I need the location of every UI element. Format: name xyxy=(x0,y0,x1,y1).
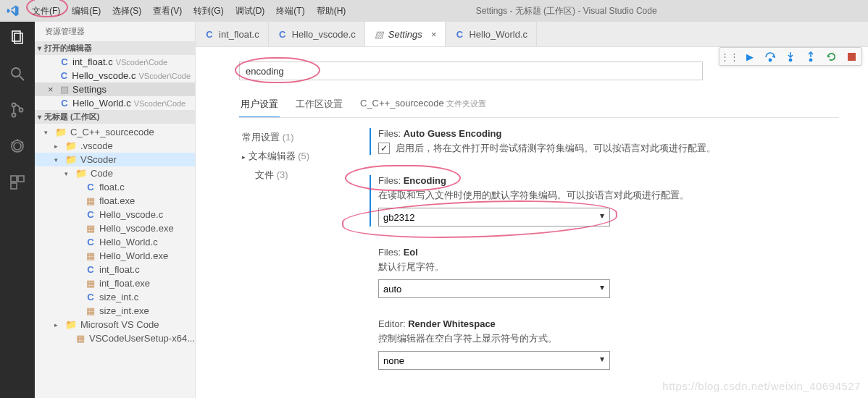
editor-tab[interactable]: ▧Settings× xyxy=(365,22,446,46)
tree-row[interactable]: Cfloat.c xyxy=(35,180,195,194)
open-editor-row[interactable]: ×CHello_vscode.c VScoder\Code xyxy=(35,69,195,82)
tree-row[interactable]: ▦float.exe xyxy=(35,194,195,208)
activity-bar xyxy=(0,22,35,398)
folder-icon: 📁 xyxy=(65,154,77,165)
svg-point-5 xyxy=(12,114,16,117)
menu-item[interactable]: 选择(S) xyxy=(107,0,147,22)
tree-row[interactable]: ▦VSCodeUserSetup-x64... xyxy=(35,331,195,345)
setting-render-whitespace: Editor: Render Whitespace 控制编辑器在空白字符上显示符… xyxy=(370,318,839,370)
menu-item[interactable]: 文件(F) xyxy=(26,0,66,22)
tree-row[interactable]: ▾📁VScoder xyxy=(35,153,195,166)
window-title: Settings - 无标题 (工作区) - Visual Studio Cod… xyxy=(351,5,781,17)
close-icon[interactable]: × xyxy=(427,29,437,40)
setting-encoding: Files: Encoding 在读取和写入文件时使用的默认字符集编码。可以按语… xyxy=(370,175,839,226)
menu-item[interactable]: 查看(V) xyxy=(147,0,188,22)
svg-rect-12 xyxy=(11,176,17,182)
folder-icon: 📁 xyxy=(55,127,67,137)
folder-icon: 📁 xyxy=(65,140,77,151)
scope-tab-user[interactable]: 用户设置 xyxy=(239,98,280,117)
drag-handle-icon[interactable]: ⋮⋮ xyxy=(724,51,735,62)
exe-file-icon: ▦ xyxy=(85,195,96,206)
c-file-icon: C xyxy=(454,29,464,40)
tree-row[interactable]: CHello_World.c xyxy=(35,235,195,249)
c-file-icon: C xyxy=(85,182,96,192)
menu-item[interactable]: 转到(G) xyxy=(188,0,229,22)
open-editor-row[interactable]: ×▧Settings xyxy=(35,82,195,96)
c-file-icon: C xyxy=(59,70,70,81)
svg-point-4 xyxy=(12,103,16,107)
extensions-icon[interactable] xyxy=(7,172,28,192)
tree-row[interactable]: ▸📁.vscode xyxy=(35,139,195,153)
settings-scope-tabs: 用户设置 工作区设置 C_C++_sourcecode 文件夹设置 xyxy=(239,98,839,118)
scope-tab-folder[interactable]: C_C++_sourcecode 文件夹设置 xyxy=(359,98,488,117)
tree-row[interactable]: ▦Hello_vscode.exe xyxy=(35,221,195,235)
tree-row[interactable]: ▾📁Code xyxy=(35,166,195,180)
tree-row[interactable]: Cint_float.c xyxy=(35,263,195,276)
source-control-icon[interactable] xyxy=(7,100,28,120)
exe-file-icon: ▦ xyxy=(75,333,85,344)
c-file-icon: C xyxy=(204,29,214,40)
settings-nav-item[interactable]: 文件 (3) xyxy=(239,166,348,185)
editor-area: Cint_float.cCHello_vscode.c▧Settings×CHe… xyxy=(196,22,868,398)
c-file-icon: C xyxy=(85,264,96,275)
settings-nav-item[interactable]: 常用设置 (1) xyxy=(239,128,348,147)
tree-row[interactable]: Csize_int.c xyxy=(35,290,195,304)
editor-tab[interactable]: Cint_float.c xyxy=(196,22,269,46)
exe-file-icon: ▦ xyxy=(85,278,96,289)
settings-file-icon: ▧ xyxy=(374,29,384,40)
tree-row[interactable]: ▦size_int.exe xyxy=(35,304,195,318)
settings-file-icon: ▧ xyxy=(59,84,70,95)
settings-nav: 常用设置 (1)▸ 文本编辑器 (5)文件 (3) xyxy=(239,128,348,390)
open-editor-row[interactable]: ×CHello_World.c VScoder\Code xyxy=(35,96,195,110)
tree-row[interactable]: ▦int_float.exe xyxy=(35,276,195,290)
c-file-icon: C xyxy=(59,56,70,67)
continue-icon[interactable]: ▶ xyxy=(744,51,756,62)
open-editor-row[interactable]: ×Cint_float.c VScoder\Code xyxy=(35,55,195,69)
restart-icon[interactable] xyxy=(825,51,837,62)
exe-file-icon: ▦ xyxy=(85,305,96,316)
search-icon[interactable] xyxy=(7,64,28,84)
workspace-header[interactable]: ▾无标题 (工作区) xyxy=(35,110,195,124)
vscode-icon xyxy=(0,4,26,17)
title-bar: 文件(F)编辑(E)选择(S)查看(V)转到(G)调试(D)终端(T)帮助(H)… xyxy=(0,0,868,22)
tree-row[interactable]: ▸📁Microsoft VS Code xyxy=(35,318,195,331)
step-into-icon[interactable] xyxy=(785,51,796,62)
menu-item[interactable]: 帮助(H) xyxy=(311,0,352,22)
encoding-select[interactable]: gb2312 xyxy=(378,208,610,226)
tree-row[interactable]: ▾📁C_C++_sourcecode xyxy=(35,125,195,139)
scope-tab-workspace[interactable]: 工作区设置 xyxy=(294,98,344,117)
settings-search-input[interactable] xyxy=(239,62,703,80)
setting-auto-guess-encoding: Files: Auto Guess Encoding ✓ 启用后，将在文件打开时… xyxy=(370,128,839,155)
sidebar-title: 资源管理器 xyxy=(35,22,195,41)
step-out-icon[interactable] xyxy=(805,51,817,62)
editor-tab[interactable]: CHello_vscode.c xyxy=(269,22,365,46)
stop-icon[interactable] xyxy=(846,51,857,62)
svg-rect-13 xyxy=(18,176,24,182)
exe-file-icon: ▦ xyxy=(85,250,96,261)
explorer-icon[interactable] xyxy=(7,27,28,48)
c-file-icon: C xyxy=(85,292,96,302)
tree-row[interactable]: ▦Hello_World.exe xyxy=(35,249,195,263)
setting-eol: Files: Eol 默认行尾字符。 auto xyxy=(370,247,839,298)
c-file-icon: C xyxy=(59,98,70,109)
svg-rect-14 xyxy=(11,183,17,189)
menu-item[interactable]: 调试(D) xyxy=(230,0,271,22)
svg-line-3 xyxy=(20,76,24,80)
svg-point-8 xyxy=(14,143,21,150)
settings-nav-item[interactable]: ▸ 文本编辑器 (5) xyxy=(239,147,348,166)
checkbox[interactable]: ✓ xyxy=(378,143,390,154)
eol-select[interactable]: auto xyxy=(378,279,610,298)
tree-row[interactable]: CHello_vscode.c xyxy=(35,208,195,221)
render-whitespace-select[interactable]: none xyxy=(378,351,610,370)
debug-icon[interactable] xyxy=(7,136,28,156)
close-icon[interactable]: × xyxy=(48,84,57,95)
svg-point-6 xyxy=(20,109,23,112)
svg-point-2 xyxy=(12,68,20,77)
menu-item[interactable]: 终端(T) xyxy=(270,0,310,22)
menu-item[interactable]: 编辑(E) xyxy=(66,0,107,22)
folder-icon: 📁 xyxy=(65,319,77,330)
editor-tab[interactable]: CHello_World.c xyxy=(446,22,537,46)
c-file-icon: C xyxy=(85,237,96,247)
open-editors-header[interactable]: ▾打开的编辑器 xyxy=(35,41,195,55)
step-over-icon[interactable] xyxy=(764,51,776,62)
